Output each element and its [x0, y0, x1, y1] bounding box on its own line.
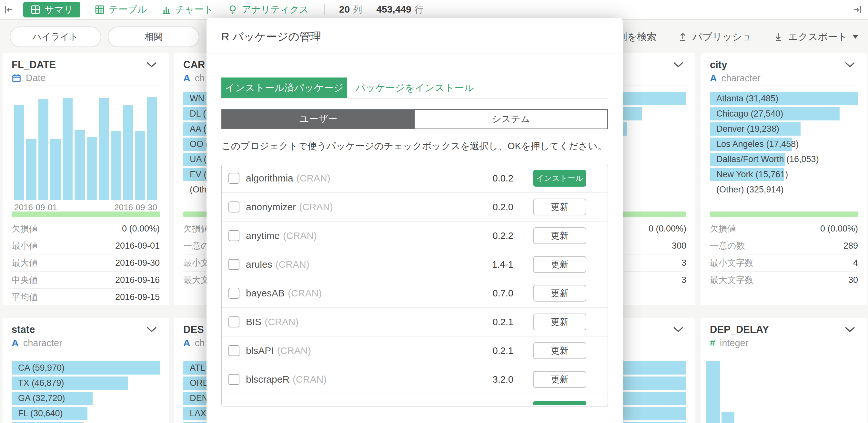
package-name: bayesAB — [246, 288, 285, 299]
card-type: A ch — [183, 337, 205, 348]
card-title: FL_DATE — [11, 59, 56, 71]
modal-instruction: このプロジェクトで使うパッケージのチェックボックスを選択し、OKを押してください… — [221, 140, 608, 153]
tab-install-packages-label: パッケージをインストール — [355, 81, 474, 94]
tab-installed-packages[interactable]: インストール済パッケージ — [221, 78, 347, 98]
calendar-icon — [11, 73, 21, 83]
publish-button[interactable]: パブリッシュ — [678, 30, 752, 44]
chevron-down-icon[interactable] — [673, 62, 684, 69]
rows-count-value: 453,449 — [376, 4, 411, 15]
export-down-icon — [773, 32, 783, 42]
card-type-label: ch — [195, 73, 205, 84]
package-checkbox[interactable] — [228, 316, 240, 328]
stat-value: 2016-09-16 — [115, 275, 160, 285]
update-button[interactable]: 更新 — [533, 227, 586, 244]
chevron-down-icon[interactable] — [844, 62, 856, 69]
modal-title: R パッケージの管理 — [221, 29, 321, 44]
scope-toggle-system[interactable]: システム — [415, 110, 607, 129]
state-bar-list: CA (59,970)TX (46,879)GA (32,720)FL (30,… — [11, 361, 160, 423]
correlation-button[interactable]: 相関 — [108, 26, 199, 47]
card-type: A character — [710, 73, 761, 84]
update-button[interactable]: 更新 — [533, 313, 586, 330]
card-title: CAR — [183, 59, 205, 71]
export-label: エクスポート — [788, 30, 847, 44]
package-name: blsAPI — [246, 345, 274, 356]
card-title: city — [710, 59, 727, 71]
category-bar-label: New York (15,761) — [716, 170, 788, 179]
stat-row: 平均値2016-09-15 — [11, 289, 160, 306]
stat-label: 平均値 — [11, 291, 38, 303]
update-button[interactable]: 更新 — [533, 371, 586, 388]
package-checkbox[interactable] — [228, 230, 240, 241]
tab-chart[interactable]: チャート — [161, 3, 213, 16]
tab-install-packages[interactable]: パッケージをインストール — [355, 78, 474, 98]
highlight-button[interactable]: ハイライト — [10, 26, 101, 47]
stat-value: 0 (0.00%) — [649, 224, 686, 234]
package-version: 0.2.1 — [493, 317, 514, 328]
summary-green-bar — [710, 212, 858, 217]
category-bar-label: Atlanta (31,485) — [716, 94, 778, 104]
update-button[interactable]: 更新 — [533, 256, 586, 273]
top-toolbar: サマリ テーブル チャート アナリティクス 20 列 453,449 — [0, 0, 868, 20]
category-bar-row: New York (15,761) — [710, 168, 858, 181]
collapse-left-icon[interactable] — [3, 4, 14, 15]
package-rows: algorithmia(CRAN)0.0.2インストールanonymizer(C… — [222, 164, 608, 394]
stat-label: 欠損値 — [183, 223, 209, 234]
category-bar-row: TX (46,879) — [11, 376, 160, 390]
category-bar-row: Denver (19,238) — [710, 122, 858, 136]
histogram-bar — [123, 105, 133, 200]
character-type-icon: A — [710, 73, 717, 84]
package-version: 0.0.2 — [493, 173, 514, 184]
stat-label: 一意の数 — [710, 240, 745, 252]
update-button[interactable]: 更新 — [533, 285, 586, 302]
package-name: arules — [246, 259, 272, 270]
dep-delay-histogram — [701, 318, 867, 423]
tab-table[interactable]: テーブル — [95, 3, 147, 16]
histogram-bar — [87, 137, 97, 200]
category-bar-row: GA (32,720) — [11, 392, 160, 405]
stat-label: 欠損値 — [710, 223, 736, 234]
package-row: BIS(CRAN)0.2.1更新 — [222, 308, 608, 336]
package-name: algorithmia — [246, 173, 293, 184]
package-version: 0.2.1 — [493, 345, 514, 356]
stat-row: 欠損値0 (0.00%) — [11, 220, 160, 237]
app-root: サマリ テーブル チャート アナリティクス 20 列 453,449 — [0, 0, 868, 423]
r-package-modal: R パッケージの管理 インストール済パッケージ パッケージをインストール ユーザ… — [207, 18, 623, 423]
collapse-right-icon[interactable] — [852, 4, 863, 15]
install-button[interactable]: インストール — [533, 170, 586, 187]
stats-table: 欠損値0 (0.00%)最小値2016-09-01最大値2016-09-30中央… — [11, 220, 160, 306]
export-button[interactable]: エクスポート — [773, 30, 858, 44]
package-checkbox[interactable] — [228, 173, 240, 184]
correlation-button-label: 相関 — [145, 31, 163, 43]
summary-grid-icon — [30, 4, 41, 15]
stat-value: 0 (0.00%) — [820, 224, 858, 234]
update-button[interactable]: 更新 — [533, 342, 586, 359]
package-checkbox[interactable] — [228, 345, 240, 356]
tab-analytics[interactable]: アナリティクス — [227, 3, 309, 16]
category-bar-row: (Other) (325,914) — [710, 183, 858, 196]
install-button-partial[interactable] — [533, 401, 586, 405]
chevron-down-icon[interactable] — [146, 327, 157, 334]
modal-tab-divider — [221, 98, 608, 98]
tab-summary[interactable]: サマリ — [23, 2, 80, 18]
stat-value: 2016-09-30 — [115, 258, 160, 268]
stats-table: 欠損値0 (0.00%)一意の数289最小文字数4最大文字数30 — [710, 220, 858, 288]
column-card-dep-delay: DEP_DELAY # integer — [701, 318, 867, 423]
package-checkbox[interactable] — [228, 259, 240, 270]
scope-toggle-user-label: ユーザー — [300, 113, 337, 125]
tab-analytics-label: アナリティクス — [242, 3, 309, 16]
stat-value: 2016-09-01 — [115, 241, 160, 251]
columns-count-value: 20 — [339, 4, 350, 15]
package-checkbox[interactable] — [228, 201, 240, 213]
card-title: state — [11, 324, 35, 336]
scope-toggle-user[interactable]: ユーザー — [222, 110, 415, 129]
highlight-button-label: ハイライト — [32, 31, 79, 43]
histogram-bar — [38, 99, 49, 200]
package-checkbox[interactable] — [228, 374, 240, 385]
export-caret-icon — [852, 35, 858, 39]
chevron-down-icon[interactable] — [146, 62, 157, 69]
update-button[interactable]: 更新 — [533, 199, 586, 215]
columns-count: 20 列 — [339, 4, 362, 16]
card-type: A character — [11, 337, 62, 348]
package-checkbox[interactable] — [228, 288, 240, 299]
chevron-down-icon[interactable] — [673, 327, 684, 334]
